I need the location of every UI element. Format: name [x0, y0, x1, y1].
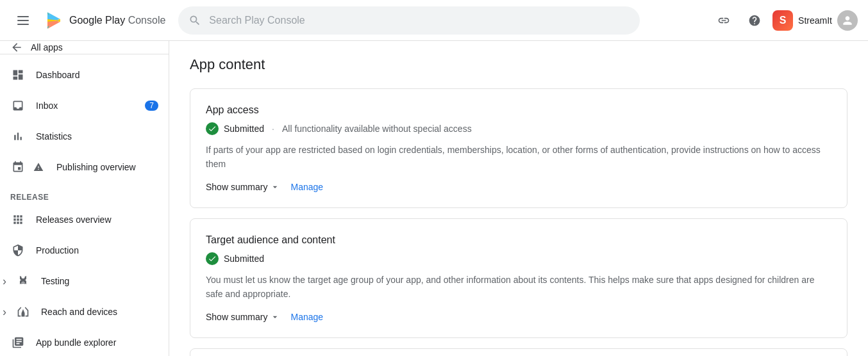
target-show-summary-label: Show summary [206, 312, 267, 322]
target-audience-actions: Show summary Manage [206, 312, 831, 322]
check-icon-2 [208, 254, 217, 263]
all-apps-link[interactable]: All apps [0, 41, 169, 54]
app-access-status-detail: All functionality available without spec… [282, 124, 472, 134]
statistics-icon [10, 130, 26, 143]
logo-accent: Console [128, 15, 166, 26]
google-play-logo-icon [44, 10, 64, 31]
app-access-manage-link[interactable]: Manage [290, 182, 323, 192]
logo-area: Google Play Console [44, 10, 165, 31]
sidebar-item-label-publishing: Publishing overview [56, 162, 158, 172]
main-layout: All apps Dashboard Inbox [0, 41, 868, 356]
app-icon[interactable]: S [772, 10, 793, 31]
search-input[interactable] [209, 15, 630, 26]
user-name[interactable]: StreamIt [798, 15, 832, 26]
sidebar-item-inbox[interactable]: Inbox 7 [0, 90, 169, 121]
link-icon [717, 14, 730, 27]
page-title: App content [190, 56, 847, 73]
inbox-icon [10, 99, 26, 112]
sidebar: All apps Dashboard Inbox [0, 41, 169, 356]
check-icon [208, 124, 217, 133]
sidebar-item-label-inbox: Inbox [36, 101, 135, 111]
app-access-title: App access [206, 104, 831, 116]
target-audience-description: You must let us know the target age grou… [206, 273, 831, 302]
release-section-label: Release [0, 182, 169, 204]
top-nav: Google Play Console S StreamIt [0, 0, 868, 41]
sidebar-item-label-production: Production [36, 245, 158, 255]
publishing-icon [10, 161, 26, 174]
show-summary-label: Show summary [206, 182, 267, 192]
sidebar-item-label-app-bundle: App bundle explorer [36, 337, 158, 348]
sidebar-nav: Dashboard Inbox 7 Statisti [0, 54, 169, 356]
app-access-status-row: Submitted · All functionality available … [206, 122, 831, 135]
target-audience-title: Target audience and content [206, 234, 831, 246]
testing-expand-arrow: › [3, 275, 6, 288]
target-audience-section: Target audience and content Submitted Yo… [190, 218, 847, 338]
avatar-icon [841, 14, 854, 27]
target-audience-status-row: Submitted [206, 252, 831, 265]
app-access-actions: Show summary Manage [206, 182, 831, 192]
hamburger-button[interactable] [10, 8, 36, 33]
sidebar-item-label-dashboard: Dashboard [36, 70, 158, 80]
hamburger-icon [17, 16, 29, 25]
sidebar-item-label-testing: Testing [41, 276, 158, 286]
reach-expand-arrow: › [3, 305, 6, 319]
search-icon [188, 14, 201, 27]
reach-icon [15, 305, 31, 318]
help-icon [748, 14, 761, 27]
publishing-extra-icon [31, 162, 46, 172]
news-apps-section: News apps [190, 348, 847, 356]
user-avatar[interactable] [837, 10, 858, 31]
chevron-down-icon-2 [270, 312, 280, 322]
sidebar-item-reach-devices[interactable]: › Reach and devices [0, 296, 169, 327]
help-icon-button[interactable] [742, 8, 767, 33]
sidebar-item-releases-overview[interactable]: Releases overview [0, 204, 169, 235]
content-area: App content App access Submitted · All f… [169, 41, 868, 356]
releases-overview-icon [10, 213, 26, 226]
app-access-separator: · [272, 124, 274, 134]
logo-text: Google Play Console [69, 15, 165, 26]
target-audience-show-summary-button[interactable]: Show summary [206, 312, 280, 322]
app-access-section: App access Submitted · All functionality… [190, 88, 847, 208]
sidebar-item-testing[interactable]: › Testing [0, 266, 169, 296]
sidebar-item-app-bundle[interactable]: App bundle explorer [0, 327, 169, 356]
sidebar-item-dashboard[interactable]: Dashboard [0, 60, 169, 90]
search-bar [178, 6, 640, 35]
app-access-show-summary-button[interactable]: Show summary [206, 182, 280, 192]
target-audience-status-icon [206, 252, 219, 265]
target-audience-status-text: Submitted [224, 254, 264, 264]
sidebar-item-production[interactable]: Production [0, 235, 169, 266]
sidebar-item-statistics[interactable]: Statistics [0, 121, 169, 152]
app-access-status-text: Submitted [224, 124, 264, 134]
all-apps-label: All apps [31, 42, 63, 53]
app-access-status-icon [206, 122, 219, 135]
link-icon-button[interactable] [711, 8, 737, 33]
sidebar-item-label-releases-overview: Releases overview [36, 214, 158, 225]
chevron-down-icon [270, 182, 280, 192]
target-audience-manage-link[interactable]: Manage [290, 312, 323, 322]
nav-actions: S StreamIt [711, 8, 858, 33]
app-access-description: If parts of your app are restricted base… [206, 143, 831, 172]
back-arrow-icon [10, 41, 23, 54]
inbox-badge: 7 [145, 101, 158, 111]
dashboard-icon [10, 69, 26, 81]
sidebar-item-publishing[interactable]: Publishing overview [0, 152, 169, 182]
sidebar-item-label-statistics: Statistics [36, 131, 158, 142]
testing-icon [15, 275, 31, 287]
sidebar-item-label-reach-devices: Reach and devices [41, 307, 158, 317]
app-bundle-icon [10, 336, 26, 349]
production-icon [10, 244, 26, 257]
